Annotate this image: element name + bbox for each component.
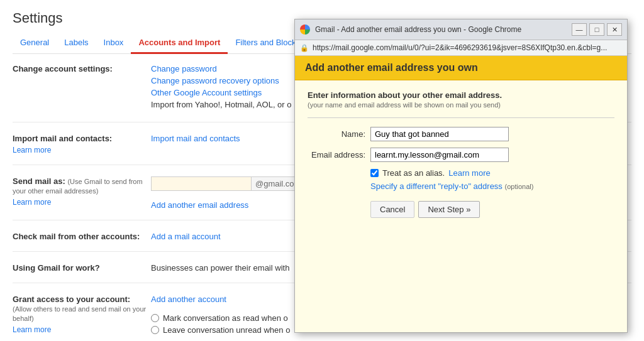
section-label-send-mail: Send mail as: (Use Gmail to send from yo… [13, 176, 151, 210]
name-label: Name: [308, 129, 370, 139]
radio-leave-unread[interactable] [151, 326, 159, 334]
lock-icon: 🔒 [300, 44, 309, 52]
chrome-titlebar: Gmail - Add another email address you ow… [295, 19, 627, 40]
dialog-separator [308, 117, 614, 118]
reply-to-row: Specify a different "reply-to" address (… [370, 181, 614, 191]
dialog-content: Add another email address you own Enter … [295, 56, 627, 332]
tab-accounts[interactable]: Accounts and Import [131, 33, 228, 54]
change-recovery-link[interactable]: Change password recovery options [151, 76, 279, 85]
email-label: Email address: [308, 150, 370, 160]
add-email-link[interactable]: Add another email address [151, 200, 248, 210]
grant-access-subtext: (Allow others to read and send mail on y… [13, 305, 146, 322]
chrome-addressbar: 🔒 https://mail.google.com/mail/u/0/?ui=2… [295, 40, 627, 56]
section-label-check-mail: Check mail from other accounts: [13, 232, 151, 241]
email-field-row: Email address: [308, 148, 614, 162]
tab-labels[interactable]: Labels [57, 33, 96, 54]
radio-mark-read[interactable] [151, 314, 159, 322]
dialog-title: Add another email address you own [295, 56, 627, 80]
send-mail-input[interactable] [151, 176, 252, 191]
section-label-import: Import mail and contacts: Learn more [13, 134, 151, 154]
dialog-subtitle: Enter information about your other email… [308, 90, 614, 100]
dialog-subtitle-sub: (your name and email address will be sho… [308, 101, 614, 109]
name-input[interactable] [370, 127, 509, 141]
section-label-grant-access: Grant access to your account: (Allow oth… [13, 295, 151, 337]
import-action-link[interactable]: Import mail and contacts [151, 134, 240, 143]
settings-page: Settings General Labels Inbox Accounts a… [0, 0, 644, 341]
section-label-change-account: Change account settings: [13, 64, 151, 112]
alias-label: Treat as an alias. [382, 168, 445, 178]
add-mail-account-link[interactable]: Add a mail account [151, 232, 221, 241]
chrome-title-text: Gmail - Add another email address you ow… [315, 25, 521, 34]
alias-learn-more-link[interactable]: Learn more [448, 168, 490, 178]
next-step-button[interactable]: Next Step » [418, 201, 480, 218]
cancel-button[interactable]: Cancel [370, 201, 414, 218]
gmail-work-text: Businesses can power their email with [151, 263, 289, 273]
send-mail-learn-more[interactable]: Learn more [13, 198, 151, 207]
add-account-link[interactable]: Add another account [151, 295, 226, 304]
chrome-window-controls: — □ ✕ [572, 23, 622, 36]
chrome-popup-window: Gmail - Add another email address you ow… [294, 19, 628, 333]
email-input[interactable] [370, 148, 509, 162]
alias-checkbox[interactable] [370, 169, 379, 177]
close-button[interactable]: ✕ [607, 23, 622, 36]
google-account-link[interactable]: Other Google Account settings [151, 88, 262, 97]
radio-read-label: Mark conversation as read when o [163, 313, 288, 323]
change-password-link[interactable]: Change password [151, 64, 217, 73]
section-label-gmail-work: Using Gmail for work? [13, 263, 151, 273]
dialog-body: Enter information about your other email… [295, 80, 627, 228]
tab-inbox[interactable]: Inbox [96, 33, 131, 54]
minimize-button[interactable]: — [572, 23, 587, 36]
chrome-title-left: Gmail - Add another email address you ow… [300, 24, 521, 35]
restore-button[interactable]: □ [589, 23, 604, 36]
import-learn-more-link[interactable]: Learn more [13, 146, 151, 154]
optional-label: (optional) [505, 183, 534, 190]
name-field-row: Name: [308, 127, 614, 141]
alias-row: Treat as an alias. Learn more [370, 168, 614, 178]
dialog-buttons: Cancel Next Step » [370, 201, 614, 218]
grant-access-learn-more[interactable]: Learn more [13, 325, 151, 334]
reply-to-link[interactable]: Specify a different "reply-to" address [370, 181, 502, 191]
chrome-logo [300, 24, 310, 35]
address-text[interactable]: https://mail.google.com/mail/u/0/?ui=2&i… [313, 43, 622, 52]
radio-unread-label: Leave conversation unread when o [163, 325, 290, 335]
tab-general[interactable]: General [13, 33, 57, 54]
